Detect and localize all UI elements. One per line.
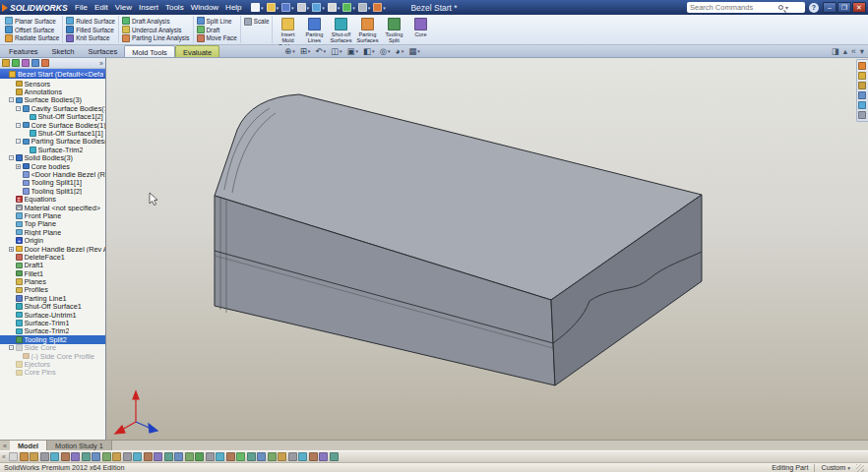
planar-surface-button[interactable]: Planar Surface: [5, 17, 59, 26]
tab-motion-study-1[interactable]: Motion Study 1: [47, 441, 112, 451]
reference-plane-icon[interactable]: [257, 452, 266, 461]
draft-analysis-button[interactable]: Draft Analysis: [122, 17, 189, 26]
dropdown-caret-icon[interactable]: ▾: [338, 5, 341, 11]
sketch-icon[interactable]: [20, 452, 29, 461]
custom-properties-icon[interactable]: [858, 111, 866, 119]
measure-icon[interactable]: [278, 452, 286, 461]
dropdown-caret-icon[interactable]: ▾: [417, 48, 420, 54]
appearances-scenes-icon[interactable]: [858, 101, 866, 109]
tree-item[interactable]: Tooling Split2: [0, 335, 105, 343]
undercut-analysis-button[interactable]: Undercut Analysis: [122, 26, 189, 34]
circle-icon[interactable]: [50, 452, 59, 461]
tree-item[interactable]: Surface-Trim1: [0, 319, 105, 326]
config-dropdown-icon[interactable]: ▾: [847, 465, 850, 471]
tree-item[interactable]: -Solid Bodies(3): [0, 154, 105, 162]
mirror-entities-icon[interactable]: [123, 452, 132, 461]
task-pane-toggle-icon[interactable]: «: [851, 45, 856, 57]
tree-root-item[interactable]: Bezel Start (Default<<Default>_Display S: [0, 69, 105, 79]
tab-mold-tools[interactable]: Mold Tools: [124, 45, 175, 57]
core-button[interactable]: Core: [407, 17, 433, 42]
tree-item[interactable]: +Origin: [0, 236, 105, 244]
draft-button[interactable]: Draft: [197, 26, 237, 34]
dropdown-caret-icon[interactable]: ▾: [261, 5, 264, 11]
show-display-pane-icon[interactable]: ◨: [832, 45, 839, 57]
qat-print-button[interactable]: ▾: [296, 3, 311, 12]
tree-item[interactable]: -Side Core: [0, 344, 105, 352]
tree-item[interactable]: +Door Handle Bezel (Rev A)->?: [0, 245, 105, 253]
pan-icon[interactable]: [330, 452, 339, 461]
dropdown-caret-icon[interactable]: ▾: [383, 5, 386, 11]
convert-entities-icon[interactable]: [102, 452, 111, 461]
scale-button[interactable]: Scale: [244, 17, 270, 26]
restore-button[interactable]: ❐: [837, 2, 851, 13]
filled-surface-button[interactable]: Filled Surface: [66, 26, 115, 34]
pane-options-icon[interactable]: ▾: [860, 45, 864, 57]
dropdown-caret-icon[interactable]: ▾: [307, 5, 310, 11]
collapse-toggle[interactable]: -: [9, 345, 14, 350]
tab-surfaces[interactable]: Surfaces: [82, 45, 125, 57]
tree-item[interactable]: Top Plane: [0, 220, 105, 228]
hide-show-items-button[interactable]: ◎▾: [380, 45, 391, 57]
fillet-icon[interactable]: [195, 452, 204, 461]
spline-icon[interactable]: [82, 452, 91, 461]
line-icon[interactable]: [40, 452, 49, 461]
dropdown-caret-icon[interactable]: ▾: [308, 48, 311, 54]
rectangle-icon[interactable]: [71, 452, 80, 461]
dropdown-caret-icon[interactable]: ▾: [372, 48, 375, 54]
tree-item[interactable]: DeleteFace1: [0, 253, 105, 261]
hole-wizard-icon[interactable]: [247, 452, 256, 461]
tab-model[interactable]: Model: [10, 441, 47, 451]
dropdown-caret-icon[interactable]: ▾: [368, 5, 371, 11]
collapse-toggle[interactable]: -: [9, 155, 14, 160]
tree-item[interactable]: Sensors: [0, 80, 105, 88]
search-input[interactable]: [690, 3, 776, 12]
resize-grip-icon[interactable]: [856, 464, 864, 472]
edit-appearance-button[interactable]: ◕▾: [396, 45, 404, 57]
knit-surface-button[interactable]: Knit Surface: [66, 33, 115, 42]
tree-item[interactable]: Core Pins: [0, 369, 105, 377]
tree-item[interactable]: Annotations: [0, 88, 105, 95]
dropdown-caret-icon[interactable]: ▾: [323, 48, 326, 54]
qat-options-button[interactable]: ▾: [357, 3, 372, 12]
help-button[interactable]: ?: [809, 3, 819, 13]
dropdown-caret-icon[interactable]: ▾: [352, 5, 355, 11]
shell-icon[interactable]: [216, 452, 224, 461]
tooling-split-button[interactable]: Tooling Split: [381, 17, 406, 42]
dropdown-caret-icon[interactable]: ▾: [292, 48, 295, 54]
arc-icon[interactable]: [61, 452, 70, 461]
tree-item[interactable]: -Cavity Surface Bodies(1): [0, 104, 105, 112]
menu-file[interactable]: File: [72, 0, 92, 15]
section-view-icon[interactable]: [298, 452, 307, 461]
tab-features[interactable]: Features: [2, 45, 45, 57]
parting-lines-button[interactable]: Parting Lines: [301, 17, 327, 42]
menu-window[interactable]: Window: [187, 0, 221, 15]
rotate-view-icon[interactable]: [319, 452, 328, 461]
extrude-boss-icon[interactable]: [144, 452, 153, 461]
mass-properties-icon[interactable]: [288, 452, 297, 461]
close-button[interactable]: ✕: [852, 2, 866, 13]
collapse-toggle[interactable]: -: [16, 123, 21, 128]
solidworks-resources-icon[interactable]: [858, 62, 866, 70]
collapse-ribbon-icon[interactable]: ▴: [843, 45, 847, 57]
chamfer-icon[interactable]: [206, 452, 215, 461]
panel-overflow-icon[interactable]: »: [99, 60, 103, 67]
move-face-button[interactable]: Move Face: [197, 33, 237, 42]
tree-item[interactable]: Surface-Trim2: [0, 146, 105, 153]
collapse-toggle[interactable]: -: [16, 106, 21, 111]
tree-item[interactable]: Tooling Split1[2]: [0, 187, 105, 195]
qat-save-button[interactable]: ▾: [280, 3, 295, 12]
tree-item[interactable]: (-) Side Core Profile: [0, 352, 105, 360]
tab-evaluate[interactable]: Evaluate: [175, 45, 219, 57]
expand-toggle[interactable]: +: [16, 164, 21, 169]
ruled-surface-button[interactable]: Ruled Surface: [66, 17, 115, 26]
parting-line-analysis-button[interactable]: Parting Line Analysis: [122, 33, 189, 42]
select-icon[interactable]: [9, 452, 18, 461]
qat-select-button[interactable]: ▾: [327, 3, 341, 12]
dropdown-caret-icon[interactable]: ▾: [388, 48, 391, 54]
search-dropdown-icon[interactable]: ▾: [785, 4, 788, 11]
tree-item[interactable]: Front Plane: [0, 211, 105, 219]
sweep-icon[interactable]: [174, 452, 183, 461]
parting-surfaces-button[interactable]: Parting Surfaces: [354, 17, 380, 42]
tree-item[interactable]: Right Plane: [0, 228, 105, 236]
view-palette-icon[interactable]: [858, 91, 866, 99]
